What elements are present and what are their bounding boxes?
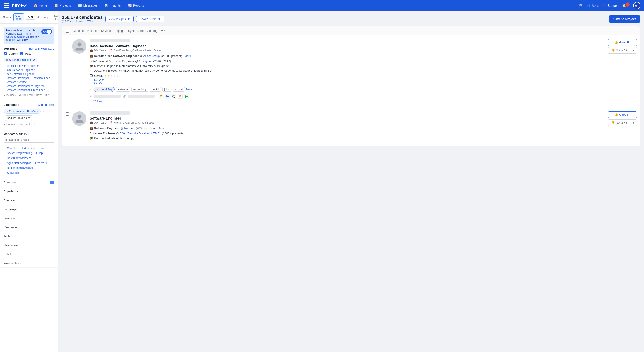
history-button[interactable]: ↺ History bbox=[37, 16, 48, 19]
sidebar-item-company[interactable]: Company 1 bbox=[0, 178, 58, 187]
remove-location-tag[interactable]: ✕ bbox=[6, 110, 8, 113]
suggest-staff-software-engineer[interactable]: Staff Software Engineer bbox=[4, 72, 34, 76]
suggest-principal-software-engineer[interactable]: Principal Software Engineer bbox=[4, 64, 39, 68]
candidate-1-not-fit-caret[interactable]: ▼ bbox=[630, 47, 637, 54]
zoominfo-icon[interactable]: ZI bbox=[159, 94, 164, 99]
suggest-technical-lead[interactable]: Technical Lead bbox=[30, 77, 50, 80]
suggest-software-consultant[interactable]: Software Consultant bbox=[4, 89, 30, 92]
nav-home[interactable]: 🏠 Home bbox=[30, 0, 50, 11]
more-jobs-link[interactable]: More bbox=[184, 54, 191, 58]
more-jobs-link-2[interactable]: More bbox=[159, 126, 166, 130]
linkedin-icon[interactable]: in bbox=[165, 94, 170, 99]
candidate-2-checkbox[interactable] bbox=[66, 112, 69, 116]
nav-insights[interactable]: 📊 Insights bbox=[102, 0, 124, 11]
toggle-switch[interactable]: ON bbox=[42, 29, 52, 34]
suggest-ms-vc[interactable]: Ms Vc++ bbox=[35, 161, 47, 165]
suggest-socket-programming[interactable]: Socket Programming bbox=[5, 152, 32, 155]
candidate-1-checkbox[interactable] bbox=[66, 40, 69, 44]
ats-count[interactable]: (4,902 candidates in ATS) bbox=[62, 20, 103, 23]
github-repo-1[interactable]: tlabu/a2 bbox=[94, 79, 104, 82]
user-avatar[interactable]: AT bbox=[633, 2, 640, 9]
suggest-lead-software-engineer[interactable]: Lead Software Engineer bbox=[4, 68, 34, 72]
select-all-checkbox[interactable] bbox=[66, 29, 69, 33]
start-with-resume-jd-link[interactable]: Start with Resume/JD bbox=[28, 47, 54, 50]
bulk-sync-export[interactable]: Sync/Export bbox=[128, 29, 144, 33]
more-tags-link[interactable]: More bbox=[186, 88, 192, 91]
bulk-not-a-fit[interactable]: Not a fit bbox=[88, 29, 98, 33]
power-filters-button[interactable]: Power Filters ▼ bbox=[136, 16, 164, 22]
sidebar-item-work-authorization[interactable]: Work Authorizat... bbox=[0, 259, 58, 268]
candidate-2-meta: 💼 20+ Years 📍 Fremont, California, Unite… bbox=[90, 121, 636, 124]
sidebar-item-language[interactable]: Language bbox=[0, 205, 58, 214]
add-edit-lists-link[interactable]: Add/Edit Lists bbox=[38, 103, 54, 107]
suggest-object-oriented-design[interactable]: Object Oriented Design bbox=[5, 147, 35, 150]
view-insights-button[interactable]: View Insights ▼ bbox=[105, 16, 133, 22]
source-label: Source bbox=[3, 16, 12, 19]
add-tag-button-1[interactable]: ＋ + Add Tag bbox=[94, 87, 114, 92]
candidate-2-not-fit-caret[interactable]: ▼ bbox=[630, 119, 637, 126]
zillow-group-link[interactable]: Zillow Group bbox=[143, 54, 160, 58]
suggest-agile-methodologies[interactable]: Agile Methodologies bbox=[5, 161, 31, 165]
github-repo-2[interactable]: tlabu/a1 bbox=[94, 82, 104, 85]
search-button[interactable]: 🔍 bbox=[579, 4, 583, 8]
sidebar-item-experience[interactable]: Experience bbox=[0, 187, 58, 196]
suggest-oop[interactable]: Oop bbox=[36, 152, 43, 155]
candidates-panel: Good Fit Not a fit Save to Engage Sync/E… bbox=[62, 26, 640, 146]
open-web-button[interactable]: Open Web bbox=[14, 14, 24, 21]
apteligent-link[interactable]: Apteligent bbox=[139, 59, 152, 63]
sidebar-item-tech[interactable]: Tech bbox=[0, 232, 58, 241]
learn-more-link[interactable]: Learn more bbox=[17, 32, 31, 35]
past-checkbox[interactable] bbox=[20, 52, 23, 55]
bulk-save-to[interactable]: Save to bbox=[101, 29, 111, 33]
sidebar-item-clearance[interactable]: Clearance bbox=[0, 223, 58, 232]
play-icon[interactable]: ▶ bbox=[184, 94, 189, 99]
sidebar-item-scholar[interactable]: Scholar bbox=[0, 250, 58, 259]
candidate-2-good-fit-button[interactable]: 👍 Good Fit bbox=[608, 111, 637, 118]
plus-icon: ＋ bbox=[96, 88, 99, 91]
share-feedback-link[interactable]: Share feedback bbox=[6, 35, 25, 38]
candidate-1-good-fit-button[interactable]: 👍 Good Fit bbox=[608, 39, 637, 46]
suggest-software-architect[interactable]: Software Architect bbox=[4, 81, 27, 84]
radius-select[interactable]: Radius: 50 Miles ▼ bbox=[5, 116, 32, 121]
save-to-project-button[interactable]: Save to Project bbox=[609, 16, 640, 23]
ats-button[interactable]: ATS bbox=[26, 15, 35, 20]
suggest-restful-webservices[interactable]: Restful Webservices bbox=[5, 157, 31, 160]
nav-messages[interactable]: ✉️ Messages bbox=[75, 0, 100, 11]
bulk-more-options[interactable]: ••• bbox=[161, 29, 165, 33]
clear-location-x[interactable]: ✕ bbox=[42, 110, 45, 113]
include-exclude-current-title[interactable]: Include / Exclude From Current Title bbox=[4, 94, 54, 97]
apps-button[interactable]: 👥 Apps bbox=[587, 4, 599, 8]
support-button[interactable]: ❓ Support bbox=[602, 4, 619, 8]
bulk-add-tag[interactable]: Add tag bbox=[148, 29, 158, 33]
sidebar-item-diversity[interactable]: Diversity bbox=[0, 214, 58, 223]
exclude-from-locations[interactable]: Exclude From Locations bbox=[4, 123, 54, 126]
remove-software-engineer-tag[interactable]: ✕ bbox=[6, 59, 8, 62]
suggest-software-development-engineer[interactable]: Software Development Engineer bbox=[4, 85, 44, 88]
rsa-link[interactable]: RSA (Security Division of EMC) bbox=[120, 132, 160, 135]
bulk-engage[interactable]: Engage bbox=[114, 29, 124, 33]
suggest-requirements-analysis[interactable]: Requirements Analysis bbox=[5, 166, 34, 170]
sidebar-item-education[interactable]: Education bbox=[0, 196, 58, 205]
candidate-2-location: 📍 Fremont, California, United States bbox=[110, 121, 154, 124]
education-icon: 🎓 bbox=[90, 64, 93, 68]
google-icon[interactable]: G bbox=[178, 94, 182, 99]
naehas-link[interactable]: Naehas bbox=[124, 126, 134, 130]
suggest-subversion[interactable]: Subversion bbox=[5, 171, 20, 174]
suggest-software-developer[interactable]: Software Developer bbox=[4, 77, 29, 80]
github-social-icon[interactable] bbox=[172, 94, 176, 99]
bulk-good-fit[interactable]: Good Fit bbox=[72, 29, 84, 33]
notifications-button[interactable]: 🔔 5 bbox=[622, 4, 630, 8]
candidate-1-not-fit-row: 👎 Not a Fit ▼ bbox=[608, 47, 637, 54]
sidebar-item-healthcare[interactable]: Healthcare bbox=[0, 241, 58, 250]
tag-close-btn[interactable]: ✕ bbox=[33, 58, 35, 62]
nav-projects[interactable]: 📋 Projects bbox=[51, 0, 74, 11]
nav-reports[interactable]: 📈 Reports bbox=[124, 0, 147, 11]
logo[interactable]: hireEZ bbox=[4, 3, 27, 9]
add-mandatory-skills-input[interactable] bbox=[4, 137, 54, 143]
suggest-xml[interactable]: Xml bbox=[38, 147, 45, 150]
candidate-1-not-fit-button[interactable]: 👎 Not a Fit bbox=[608, 47, 630, 54]
candidate-2-not-fit-button[interactable]: 👎 Not a Fit bbox=[608, 119, 630, 126]
suggest-tech-lead[interactable]: Tech Lead bbox=[31, 89, 45, 92]
current-checkbox[interactable] bbox=[4, 52, 7, 55]
saved-searches-button[interactable]: ☰ Saved Searches bbox=[50, 14, 58, 21]
